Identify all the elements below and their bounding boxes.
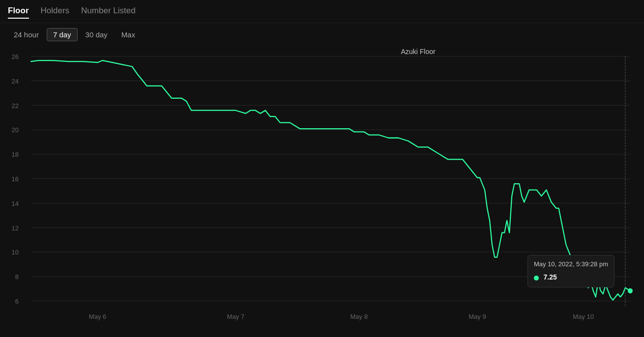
time-btn-30d[interactable]: 30 day <box>80 28 114 41</box>
svg-text:8: 8 <box>15 273 19 281</box>
svg-text:26: 26 <box>12 53 19 60</box>
svg-text:10: 10 <box>12 249 19 256</box>
time-btn-24h[interactable]: 24 hour <box>8 28 45 41</box>
svg-text:18: 18 <box>12 151 19 158</box>
svg-text:May 8: May 8 <box>350 313 367 320</box>
time-btn-7d[interactable]: 7 day <box>47 28 78 41</box>
svg-text:16: 16 <box>12 175 19 183</box>
svg-text:Azuki Floor: Azuki Floor <box>401 47 436 55</box>
tab-floor[interactable]: Floor <box>8 6 29 19</box>
svg-text:24: 24 <box>12 78 19 85</box>
svg-text:14: 14 <box>12 200 19 207</box>
svg-text:22: 22 <box>12 102 19 109</box>
svg-text:12: 12 <box>12 224 19 231</box>
svg-text:May 9: May 9 <box>468 313 486 320</box>
tab-bar: Floor Holders Number Listed <box>0 0 644 23</box>
svg-text:May 6: May 6 <box>89 313 106 320</box>
svg-text:May 7: May 7 <box>227 313 244 320</box>
svg-text:20: 20 <box>12 126 19 134</box>
svg-text:6: 6 <box>15 298 19 305</box>
floor-chart: .grid-line { stroke: #2a2a2a; stroke-wid… <box>4 46 640 332</box>
time-filter-bar: 24 hour 7 day 30 day Max <box>0 23 644 46</box>
svg-point-29 <box>628 288 633 293</box>
chart-container: .grid-line { stroke: #2a2a2a; stroke-wid… <box>0 46 644 332</box>
tab-holders[interactable]: Holders <box>41 6 70 19</box>
svg-text:May 10: May 10 <box>573 313 594 320</box>
tab-number-listed[interactable]: Number Listed <box>81 6 136 19</box>
time-btn-max[interactable]: Max <box>116 28 141 41</box>
